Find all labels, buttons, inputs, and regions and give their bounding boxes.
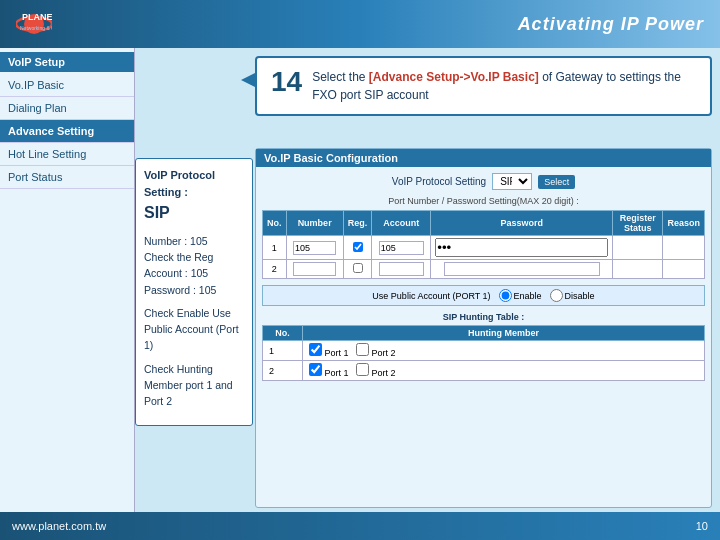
table-row: 2: [263, 260, 705, 279]
protocol-row: VoIP Protocol Setting SIP Select: [262, 173, 705, 190]
cell-reg-2: [343, 260, 372, 279]
logo-area: PLANET Networking & Communication: [16, 6, 52, 42]
enable-label: Enable: [514, 291, 542, 301]
hunting-col-no: No.: [263, 326, 303, 341]
col-password: Password: [431, 211, 613, 236]
enable-radio[interactable]: [499, 289, 512, 302]
account-input-2[interactable]: [379, 262, 424, 276]
hunt-port1-cb-2[interactable]: [309, 363, 322, 376]
step-number: 14: [271, 68, 302, 96]
hunting-row: 2 Port 1 Port 2: [263, 361, 705, 381]
hunting-row: 1 Port 1 Port 2: [263, 341, 705, 361]
info-line-public: Check Enable Use Public Account (Port 1): [144, 305, 244, 354]
info-protocol-value: SIP: [144, 201, 244, 226]
reg-checkbox-2[interactable]: [353, 263, 363, 273]
hunt-port1-cb-1[interactable]: [309, 343, 322, 356]
sidebar-item-dialing-plan[interactable]: Dialing Plan: [0, 97, 134, 120]
hunt-port1-label-1[interactable]: Port 1: [309, 348, 349, 358]
col-no: No.: [263, 211, 287, 236]
header-title: Activating IP Power: [518, 14, 704, 35]
hunting-member-1: Port 1 Port 2: [303, 341, 705, 361]
sidebar-item-voip-basic[interactable]: Vo.IP Basic: [0, 74, 134, 97]
number-input-1[interactable]: [293, 241, 336, 255]
disable-label: Disable: [565, 291, 595, 301]
col-reason: Reason: [663, 211, 705, 236]
content-area: 14 Select the [Advance Setup->Vo.IP Basi…: [135, 48, 720, 512]
col-number: Number: [286, 211, 343, 236]
info-line-account: Account : 105: [144, 265, 244, 281]
cell-reg-1: [343, 236, 372, 260]
svg-text:Networking & Communication: Networking & Communication: [20, 25, 52, 31]
cell-status-1: [613, 236, 663, 260]
callout-highlight: [Advance Setup->Vo.IP Basic]: [369, 70, 539, 84]
sidebar-section-title: VoIP Setup: [0, 52, 134, 72]
account-input-1[interactable]: [379, 241, 424, 255]
info-protocol-title: VoIP Protocol Setting :: [144, 167, 244, 201]
col-account: Account: [372, 211, 431, 236]
hunt-port1-label-2[interactable]: Port 1: [309, 368, 349, 378]
cell-number-2: [286, 260, 343, 279]
hunt-port2-cb-1[interactable]: [356, 343, 369, 356]
voip-panel-title: Vo.IP Basic Configuration: [256, 149, 711, 167]
svg-text:PLANET: PLANET: [22, 12, 52, 22]
port-password-label: Port Number / Password Setting(MAX 20 di…: [262, 196, 705, 206]
cell-no-1: 1: [263, 236, 287, 260]
public-account-row: Use Public Account (PORT 1) Enable Disab…: [262, 285, 705, 306]
password-input-2[interactable]: [444, 262, 600, 276]
voip-config-panel: Vo.IP Basic Configuration VoIP Protocol …: [255, 148, 712, 508]
table-row: 1: [263, 236, 705, 260]
hunt-port2-label-1[interactable]: Port 2: [356, 348, 396, 358]
hunting-no-1: 1: [263, 341, 303, 361]
number-input-2[interactable]: [293, 262, 336, 276]
reg-checkbox-1[interactable]: [353, 242, 363, 252]
cell-no-2: 2: [263, 260, 287, 279]
hunt-port2-cb-2[interactable]: [356, 363, 369, 376]
info-section-numbers: Number : 105 Check the Reg Account : 105…: [144, 233, 244, 298]
sidebar-item-advance-setting[interactable]: Advance Setting: [0, 120, 134, 143]
cell-password-1: [431, 236, 613, 260]
hunt-port2-label-2[interactable]: Port 2: [356, 368, 396, 378]
col-reg: Reg.: [343, 211, 372, 236]
info-section-protocol: VoIP Protocol Setting : SIP: [144, 167, 244, 226]
col-reg-status: Register Status: [613, 211, 663, 236]
password-input-1[interactable]: [435, 238, 608, 257]
config-table: No. Number Reg. Account Password Registe…: [262, 210, 705, 279]
protocol-label: VoIP Protocol Setting: [392, 176, 486, 187]
info-line-hunting: Check Hunting Member port 1 and Port 2: [144, 361, 244, 410]
voip-panel-body: VoIP Protocol Setting SIP Select Port Nu…: [256, 167, 711, 387]
cell-status-2: [613, 260, 663, 279]
protocol-select[interactable]: SIP: [492, 173, 532, 190]
cell-reason-1: [663, 236, 705, 260]
disable-radio[interactable]: [550, 289, 563, 302]
footer: www.planet.com.tw 10: [0, 512, 720, 540]
info-line-password: Password : 105: [144, 282, 244, 298]
sidebar: VoIP Setup Vo.IP Basic Dialing Plan Adva…: [0, 48, 135, 512]
info-section-hunting: Check Hunting Member port 1 and Port 2: [144, 361, 244, 410]
callout-text: Select the [Advance Setup->Vo.IP Basic] …: [271, 68, 696, 104]
hunting-col-member: Hunting Member: [303, 326, 705, 341]
cell-number-1: [286, 236, 343, 260]
callout-box: 14 Select the [Advance Setup->Vo.IP Basi…: [255, 56, 712, 116]
info-line-number: Number : 105: [144, 233, 244, 249]
main-layout: VoIP Setup Vo.IP Basic Dialing Plan Adva…: [0, 48, 720, 512]
enable-radio-label[interactable]: Enable: [499, 289, 542, 302]
footer-page: 10: [696, 520, 708, 532]
select-button[interactable]: Select: [538, 175, 575, 189]
cell-password-2: [431, 260, 613, 279]
cell-account-2: [372, 260, 431, 279]
callout-arrow: [241, 72, 257, 88]
info-panel: VoIP Protocol Setting : SIP Number : 105…: [135, 158, 253, 426]
radio-group: Enable Disable: [499, 289, 595, 302]
header: PLANET Networking & Communication Activa…: [0, 0, 720, 48]
planet-logo-icon: PLANET Networking & Communication: [16, 6, 52, 42]
info-line-reg: Check the Reg: [144, 249, 244, 265]
hunting-member-2: Port 1 Port 2: [303, 361, 705, 381]
sidebar-item-hotline[interactable]: Hot Line Setting: [0, 143, 134, 166]
disable-radio-label[interactable]: Disable: [550, 289, 595, 302]
hunting-table-title: SIP Hunting Table :: [262, 312, 705, 322]
hunting-no-2: 2: [263, 361, 303, 381]
sidebar-item-port-status[interactable]: Port Status: [0, 166, 134, 189]
cell-reason-2: [663, 260, 705, 279]
footer-url: www.planet.com.tw: [12, 520, 106, 532]
hunting-table: No. Hunting Member 1 Port 1 Port 2: [262, 325, 705, 381]
